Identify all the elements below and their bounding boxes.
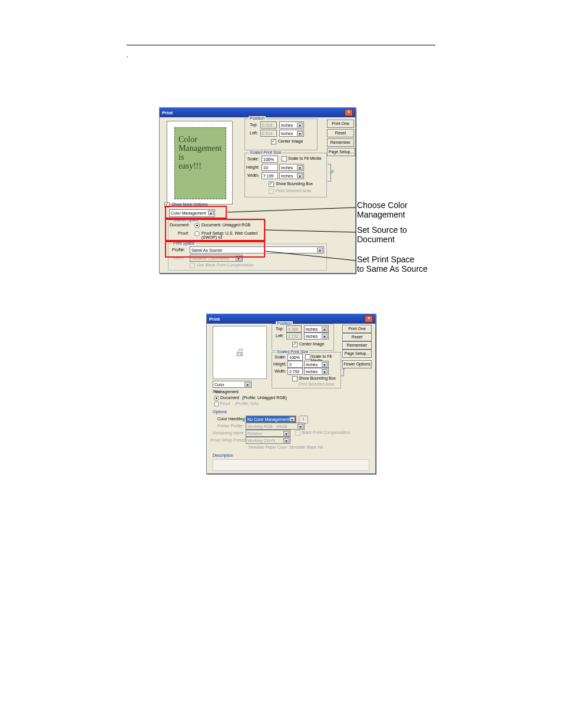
center-image-label: Center Image <box>278 139 303 143</box>
scaled-legend: Scaled Print Size <box>249 150 282 154</box>
section-select[interactable]: Color Management <box>213 381 252 388</box>
print-legend: Print <box>213 390 221 394</box>
bpc-checkbox <box>190 263 195 268</box>
annotation-set-source: Set Source toDocument <box>357 225 407 244</box>
print-dialog-cs2: Print × 🖨 Position Top: 4.389 inches Lef… <box>206 314 376 474</box>
position-legend: Position <box>249 116 266 120</box>
top-field[interactable]: 4.389 <box>286 325 302 332</box>
fit-media-checkbox[interactable] <box>305 354 310 360</box>
top-unit-select[interactable]: inches <box>279 121 304 129</box>
link-icon[interactable]: 🔗 <box>329 170 335 174</box>
show-bb-checkbox[interactable] <box>292 376 297 381</box>
annotation-set-print-space: Set Print Spaceto Same As Source <box>357 255 428 274</box>
page-setup-button[interactable]: Page Setup... <box>327 148 355 156</box>
position-legend: Position <box>276 321 293 325</box>
bpc-checkbox <box>295 430 300 436</box>
dialog-title: Print <box>162 110 173 116</box>
height-field[interactable]: 10 <box>262 164 278 171</box>
close-icon[interactable]: × <box>365 315 373 322</box>
print-sel-label: Print Selected Area <box>299 382 334 386</box>
scale-field[interactable]: 100% <box>287 354 303 361</box>
dialog-title: Print <box>209 317 220 322</box>
height-label: Height: <box>273 362 286 366</box>
width-unit-select[interactable]: inches <box>304 368 329 375</box>
height-label: Height: <box>246 165 259 169</box>
sim-paper-label: Simulate Paper Color <box>248 445 287 449</box>
width-label: Width: <box>275 369 286 373</box>
fewer-options-button[interactable]: Fewer Options <box>342 360 372 368</box>
preview-text: Color Management is easy!!! <box>178 135 222 170</box>
bpc-label: Black Point Compensation <box>302 430 350 434</box>
options-legend: Options <box>213 410 227 414</box>
proof-setup-label: Proof Setup Preset: <box>210 438 246 442</box>
proof-setup-select: Working CMYK <box>246 437 290 444</box>
document-radio[interactable] <box>214 396 219 401</box>
height-unit-select[interactable]: inches <box>279 164 304 171</box>
highlight-source-space <box>165 219 265 241</box>
center-image-label: Center Image <box>299 342 324 346</box>
left-label: Left: <box>276 334 284 338</box>
height-field[interactable]: 2 <box>287 361 303 368</box>
width-field[interactable]: 2.792 <box>287 368 303 375</box>
scaled-legend: Scaled Print Size <box>276 350 309 354</box>
top-label: Top: <box>276 327 283 331</box>
position-group: Position Top: 0.319 inches Left: 0.514 i… <box>244 118 318 150</box>
rendering-intent-select: Relative Colorimetric <box>246 430 290 437</box>
top-field[interactable]: 0.319 <box>260 121 277 129</box>
width-label: Width: <box>247 173 259 177</box>
sim-black-label: Simulate Black Ink <box>289 445 323 449</box>
remember-button[interactable]: Remember <box>327 139 354 147</box>
width-unit-select[interactable]: inches <box>279 172 304 179</box>
printer-profile-label: Printer Profile: <box>217 424 243 428</box>
figure-1: Print × Color Management is easy!!! Posi… <box>159 107 436 284</box>
print-one-button[interactable]: Print One <box>327 120 354 128</box>
scale-label: Scale: <box>275 355 286 359</box>
show-bb-label: Show Bounding Box <box>299 376 336 380</box>
printer-profile-select: Working RGB - sRGB IEC61966-2.1 <box>246 423 305 430</box>
document-radio-label: Document <box>220 396 239 400</box>
proof-radio[interactable] <box>214 401 219 407</box>
left-field[interactable]: 0.514 <box>260 130 277 137</box>
close-icon[interactable]: × <box>345 109 353 116</box>
description-label: Description <box>213 453 233 457</box>
left-unit-select[interactable]: inches <box>304 332 329 340</box>
color-handling-select[interactable]: No Color Management <box>246 416 296 423</box>
scale-field[interactable]: 100% <box>262 156 278 163</box>
show-bb-label: Show Bounding Box <box>276 182 313 186</box>
scale-label: Scale: <box>247 157 259 161</box>
fit-media-label: Scale to Fit Media <box>288 156 321 160</box>
position-group: Position Top: 4.389 inches Left: 2.722 i… <box>272 324 334 351</box>
bpc-label: Use Black Point Compensation <box>197 263 254 267</box>
height-unit-select[interactable]: inches <box>304 361 329 368</box>
width-field[interactable]: 7.199 <box>262 172 278 179</box>
top-unit-select[interactable]: inches <box>304 325 329 332</box>
left-unit-select[interactable]: inches <box>279 130 304 137</box>
left-field[interactable]: 2.722 <box>286 332 302 340</box>
show-bb-checkbox[interactable] <box>269 182 274 187</box>
fit-media-checkbox[interactable] <box>282 156 287 162</box>
center-image-checkbox[interactable] <box>292 342 297 347</box>
top-label: Top: <box>250 123 257 127</box>
print-sel-checkbox <box>269 189 274 194</box>
scaled-group: Scaled Print Size Scale: 100% Scale to F… <box>244 153 327 197</box>
printer-icon: 🖨 <box>235 347 244 358</box>
scaled-group: Scaled Print Size Scale: 100% Scale to F… <box>272 352 341 388</box>
left-label: Left: <box>250 131 258 135</box>
center-image-checkbox[interactable] <box>271 139 276 144</box>
print-one-button[interactable]: Print One <box>342 325 372 333</box>
remember-button[interactable]: Remember <box>342 341 372 350</box>
reset-button[interactable]: Reset <box>342 333 372 341</box>
page-subtitle: . <box>127 51 562 58</box>
print-preview: Color Management is easy!!! <box>167 121 233 205</box>
description-box <box>213 459 369 471</box>
annotation-choose-cm: Choose ColorManagement <box>357 200 408 219</box>
page-header: Xerox Phaser 7750 Evaluation <box>127 31 435 45</box>
proof-profile: (Profile: N/A) <box>235 401 259 406</box>
reset-button[interactable]: Reset <box>327 129 354 137</box>
print-preview: 🖨 <box>213 326 267 379</box>
proof-radio-label: Proof <box>220 401 230 406</box>
rendering-intent-label: Rendering Intent: <box>213 431 244 435</box>
page-setup-button[interactable]: Page Setup... <box>342 350 372 358</box>
print-sel-label: Print Selected Area <box>276 189 311 193</box>
document-profile: (Profile: Untagged RGB) <box>242 396 287 400</box>
